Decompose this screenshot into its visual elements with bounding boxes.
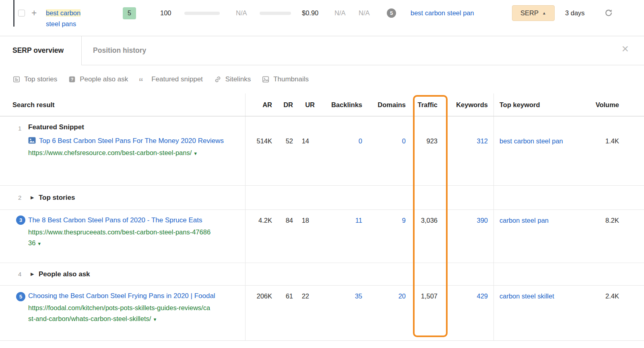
col-keywords: Keywords [441, 93, 493, 116]
keyword-rest-text: steel pans [46, 19, 98, 29]
result-url: https://www.thespruceeats.com/best-carbo… [28, 227, 211, 249]
filter-label: Top stories [24, 75, 57, 83]
volume-progress-bar [260, 12, 291, 15]
row-top-keyword-link[interactable]: carbon steel pan [500, 217, 549, 224]
traffic-value-na: N/A [334, 9, 346, 17]
backlinks-link[interactable]: 11 [315, 210, 362, 263]
traffic-value: 923 [407, 116, 441, 185]
col-traffic: Traffic [407, 93, 441, 116]
col-domains: Domains [362, 93, 407, 116]
serp-overview-page: + best carbon steel pans 5 100 N/A $0.90… [0, 0, 644, 348]
rank-number: 1 [18, 125, 21, 132]
section-toggle-top-stories[interactable]: ▶ Top stories [31, 194, 75, 202]
filter-sitelinks[interactable]: Sitelinks [214, 75, 251, 83]
col-dr: DR [273, 93, 294, 116]
expand-icon: ▶ [31, 271, 39, 277]
quote-icon: “ [139, 80, 148, 84]
keywords-link[interactable]: 390 [441, 210, 493, 263]
row-top-keyword-link[interactable]: best carbon steel pan [500, 137, 563, 145]
refresh-icon[interactable] [604, 8, 613, 17]
volume-value: 1.4K [579, 116, 644, 185]
serp-section-row: 4 ▶ People also ask [0, 263, 644, 286]
ur-value: 18 [294, 210, 315, 263]
keyword-cell[interactable]: best carbon steel pans [46, 8, 98, 29]
kd-value: 100 [160, 9, 171, 17]
result-title-link[interactable]: The 8 Best Carbon Steel Pans of 2020 - T… [28, 216, 202, 224]
domains-link[interactable]: 20 [362, 286, 407, 340]
filter-label: Thumbnails [273, 75, 309, 83]
filter-label: People also ask [80, 75, 128, 83]
add-icon[interactable]: + [31, 8, 37, 19]
col-top-keyword: Top keyword [493, 93, 579, 116]
rank-badge: 5 [16, 292, 25, 301]
keywords-link[interactable]: 429 [441, 286, 493, 340]
serp-result-row: 5 Choosing the Best Carbon Steel Frying … [0, 286, 644, 341]
backlinks-link[interactable]: 0 [315, 116, 362, 185]
filter-people-also-ask[interactable]: ? People also ask [68, 75, 128, 83]
serp-button-label: SERP [520, 9, 539, 17]
serp-button[interactable]: SERP ▲ [512, 5, 555, 21]
result-url: https://www.chefsresource.com/best-carbo… [28, 147, 211, 159]
col-backlinks: Backlinks [315, 93, 362, 116]
volume-value: N/A [236, 9, 247, 17]
ur-value: 22 [294, 286, 315, 340]
serp-result-row: 1 Featured Snippet Top 6 Best Carbon Ste… [0, 116, 644, 186]
url-expand-caret[interactable]: ▼ [37, 241, 41, 246]
tab-serp-overview[interactable]: SERP overview [0, 36, 82, 65]
caret-up-icon: ▲ [542, 11, 546, 15]
ur-value: 14 [294, 116, 315, 185]
updated-age: 3 days [565, 9, 585, 17]
filter-label: Featured snippet [151, 75, 203, 83]
url-expand-caret[interactable]: ▼ [193, 151, 198, 156]
panel-tabs: SERP overview Position history × [0, 36, 644, 65]
thumbnail-icon [28, 137, 36, 144]
backlinks-link[interactable]: 35 [315, 286, 362, 340]
serp-section-row: 2 ▶ Top stories [0, 186, 644, 210]
result-title-link[interactable]: Top 6 Best Carbon Steel Pans For The Mon… [39, 137, 224, 145]
svg-text:?: ? [71, 77, 74, 82]
domains-link[interactable]: 9 [362, 210, 407, 263]
col-ur: UR [294, 93, 315, 116]
tab-position-history[interactable]: Position history [82, 36, 146, 65]
filter-label: Sitelinks [225, 75, 251, 83]
traffic-value: 1,507 [407, 286, 441, 340]
rank-number: 2 [18, 194, 31, 201]
rank-number: 4 [18, 271, 31, 278]
row-top-keyword-link[interactable]: carbon steel skillet [500, 292, 554, 300]
serp-results-table: Search result AR DR UR Backlinks Domains… [0, 93, 644, 341]
filter-top-stories[interactable]: Top stories [12, 75, 57, 83]
close-icon[interactable]: × [621, 43, 629, 55]
col-ar: AR [246, 93, 273, 116]
row-checkbox[interactable] [18, 10, 25, 17]
table-header: Search result AR DR UR Backlinks Domains… [0, 93, 644, 116]
domains-link[interactable]: 0 [362, 116, 407, 185]
keyword-row: + best carbon steel pans 5 100 N/A $0.90… [0, 0, 644, 36]
expand-icon: ▶ [31, 195, 39, 200]
link-icon [214, 75, 222, 83]
keyword-highlighted-text: best carbon [46, 9, 80, 17]
featured-snippet-heading: Featured Snippet [28, 122, 239, 133]
serp-features-count-badge: 5 [387, 8, 396, 18]
value-na: N/A [359, 9, 370, 17]
top-keyword-link[interactable]: best carbon steel pan [411, 9, 474, 17]
keywords-link[interactable]: 312 [441, 116, 493, 185]
section-toggle-people-also-ask[interactable]: ▶ People also ask [31, 270, 90, 278]
section-label: People also ask [39, 270, 90, 278]
volume-value: 2.4K [579, 286, 644, 340]
col-volume: Volume [579, 93, 644, 116]
filter-thumbnails[interactable]: Thumbnails [262, 75, 309, 83]
url-expand-caret[interactable]: ▼ [153, 317, 157, 322]
row-selection-indicator [13, 0, 14, 27]
result-title-link[interactable]: Choosing the Best Carbon Steel Frying Pa… [28, 292, 215, 300]
serp-feature-filters: Top stories ? People also ask “ Featured… [0, 65, 644, 93]
serp-overview-panel: SERP overview Position history × Top sto… [0, 36, 644, 341]
dr-value: 84 [273, 210, 294, 263]
dr-value: 52 [273, 116, 294, 185]
rank-badge: 3 [16, 215, 25, 225]
news-icon [12, 75, 21, 83]
question-icon: ? [68, 75, 76, 83]
kd-progress-bar [184, 12, 220, 15]
filter-featured-snippet[interactable]: “ Featured snippet [139, 75, 203, 83]
volume-value: 8.2K [579, 210, 644, 263]
traffic-value: 3,036 [407, 210, 441, 263]
